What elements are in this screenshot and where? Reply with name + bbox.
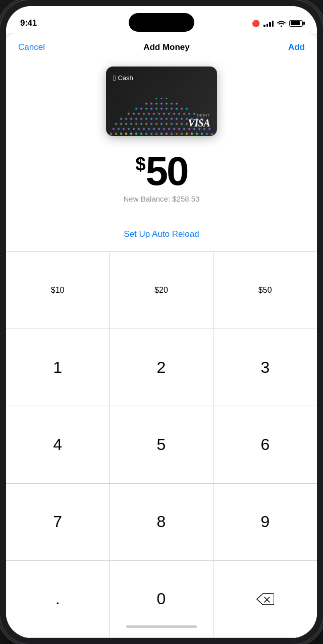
page-title: Add Money — [143, 42, 190, 52]
quick-amount-10[interactable]: $10 — [6, 252, 110, 329]
svg-point-109 — [155, 97, 157, 99]
keypad-decimal[interactable]: . — [6, 561, 110, 638]
svg-point-118 — [140, 133, 142, 135]
card-visa: DEBIT VISA — [188, 113, 210, 129]
svg-point-22 — [118, 127, 120, 130]
svg-point-72 — [181, 117, 183, 120]
keypad-8[interactable]: 8 — [110, 484, 213, 561]
home-indicator — [126, 625, 197, 628]
svg-point-78 — [133, 112, 135, 115]
add-button[interactable]: Add — [288, 42, 305, 52]
svg-point-60 — [120, 117, 123, 120]
currency-symbol: $ — [135, 155, 145, 173]
svg-point-97 — [166, 107, 168, 110]
svg-point-124 — [171, 133, 173, 135]
svg-point-49 — [155, 122, 158, 125]
svg-point-84 — [163, 112, 166, 115]
svg-point-67 — [155, 117, 158, 120]
svg-point-95 — [155, 107, 158, 110]
keypad-4[interactable]: 4 — [6, 406, 110, 483]
svg-point-62 — [130, 117, 133, 120]
keypad-9[interactable]: 9 — [213, 484, 317, 561]
quick-amount-50[interactable]: $50 — [213, 252, 317, 329]
svg-point-112 — [110, 133, 112, 135]
keypad-5[interactable]: 5 — [110, 406, 213, 483]
keypad-7[interactable]: 7 — [6, 484, 110, 561]
svg-point-53 — [176, 122, 178, 125]
svg-point-69 — [166, 117, 168, 120]
svg-point-110 — [160, 97, 163, 99]
status-icons: 🔴 — [252, 20, 303, 27]
amount-display: $ 50 — [6, 151, 317, 191]
auto-reload-link[interactable]: Set Up Auto Reload — [124, 229, 199, 239]
svg-point-27 — [143, 127, 145, 130]
apple-cash-card: Cash — [106, 67, 217, 136]
svg-point-125 — [176, 133, 178, 135]
svg-point-43 — [125, 122, 128, 125]
keypad-1[interactable]: 1 — [6, 329, 110, 406]
svg-point-31 — [163, 127, 166, 130]
svg-point-96 — [160, 107, 163, 110]
svg-point-35 — [183, 127, 186, 130]
svg-point-120 — [150, 133, 152, 135]
svg-point-122 — [160, 133, 163, 135]
svg-point-34 — [178, 127, 181, 130]
svg-point-33 — [173, 127, 176, 130]
svg-point-54 — [181, 122, 183, 125]
svg-point-28 — [148, 127, 150, 130]
svg-point-107 — [171, 102, 173, 105]
signal-bars — [263, 20, 274, 27]
quick-amount-20[interactable]: $20 — [110, 252, 213, 329]
svg-point-41 — [115, 122, 118, 125]
keypad-2[interactable]: 2 — [110, 329, 213, 406]
svg-point-65 — [145, 117, 148, 120]
svg-point-128 — [191, 133, 193, 135]
dynamic-island — [129, 13, 194, 32]
svg-point-94 — [150, 107, 153, 110]
svg-point-50 — [160, 122, 163, 125]
keypad-6[interactable]: 6 — [213, 406, 317, 483]
svg-point-46 — [140, 122, 143, 125]
svg-point-91 — [135, 107, 138, 110]
svg-point-108 — [176, 102, 178, 105]
svg-point-99 — [176, 107, 178, 110]
svg-point-85 — [168, 112, 171, 115]
svg-point-71 — [176, 117, 178, 120]
svg-point-113 — [115, 133, 117, 135]
auto-reload-section: Set Up Auto Reload — [6, 214, 317, 252]
card-area: Cash — [6, 58, 317, 146]
svg-point-82 — [153, 112, 155, 115]
svg-point-123 — [166, 133, 168, 135]
keypad-delete[interactable] — [213, 561, 317, 638]
svg-point-115 — [125, 133, 127, 135]
svg-point-93 — [145, 107, 148, 110]
cancel-button[interactable]: Cancel — [18, 42, 45, 52]
svg-point-106 — [166, 102, 168, 105]
phone-frame: 9:41 🔴 Cancel — [0, 0, 323, 644]
amount-section: $ 50 New Balance: $258.53 — [6, 146, 317, 214]
svg-point-79 — [138, 112, 140, 115]
svg-point-29 — [153, 127, 155, 130]
svg-point-21 — [113, 127, 115, 130]
svg-point-117 — [135, 133, 137, 135]
nav-header: Cancel Add Money Add — [6, 33, 317, 58]
svg-point-47 — [145, 122, 148, 125]
svg-point-88 — [183, 112, 186, 115]
battery-icon — [289, 20, 303, 27]
svg-point-100 — [181, 107, 183, 110]
svg-point-92 — [140, 107, 143, 110]
svg-point-24 — [128, 127, 130, 130]
keypad-3[interactable]: 3 — [213, 329, 317, 406]
svg-point-111 — [166, 97, 168, 99]
balance-info: New Balance: $258.53 — [6, 195, 317, 211]
svg-point-66 — [150, 117, 153, 120]
screen: 9:41 🔴 Cancel — [6, 6, 317, 638]
bluetooth-icon: 🔴 — [252, 20, 260, 27]
svg-point-42 — [120, 122, 123, 125]
delete-icon — [256, 593, 274, 606]
svg-point-105 — [160, 102, 163, 105]
svg-point-32 — [168, 127, 171, 130]
svg-point-86 — [173, 112, 176, 115]
svg-point-98 — [171, 107, 173, 110]
svg-point-48 — [150, 122, 153, 125]
